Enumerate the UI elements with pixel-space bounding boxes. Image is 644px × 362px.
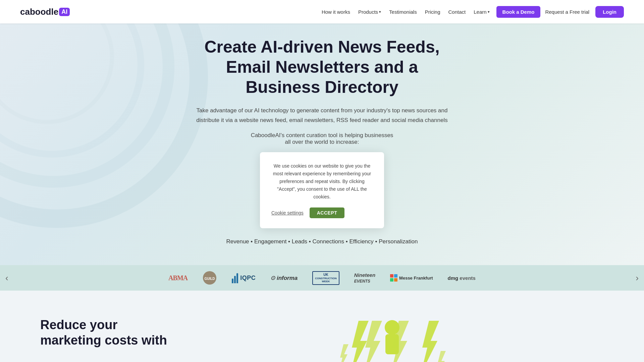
nav-products[interactable]: Products ▾ (355, 7, 384, 17)
svg-marker-9 (436, 351, 446, 362)
logos-inner: ABMA GUILD IQPC ⊙ informa (14, 270, 631, 285)
hero-title: Create AI-driven News Feeds, Email Newsl… (191, 37, 453, 97)
logos-next-button[interactable]: › (630, 274, 644, 282)
svg-text:GUILD: GUILD (205, 277, 215, 281)
cookie-accept-button[interactable]: ACCEPT (310, 207, 345, 218)
nav-links: How it works Products ▾ Testimonials Pri… (318, 6, 624, 18)
hero-benefits: Revenue • Engagement • Leads • Connectio… (226, 238, 418, 245)
logos-strip: ‹ ABMA GUILD IQPC ⊙ informa (0, 265, 644, 291)
learn-arrow-icon: ▾ (488, 10, 490, 14)
request-free-trial-link[interactable]: Request a Free trial (542, 7, 593, 17)
logo-informa: ⊙ informa (270, 270, 298, 285)
cookie-banner: We use cookies on our website to give yo… (260, 152, 384, 228)
swirl-decoration (0, 0, 208, 228)
logo-brand: caboodle (20, 7, 58, 17)
login-button[interactable]: Login (595, 6, 624, 18)
hero-helper-1: CaboodleAI's content curation tool is he… (251, 132, 393, 139)
logo-nineteen: NineteenEVENTS (354, 270, 375, 285)
logo-guild: GUILD (202, 270, 217, 285)
navigation: caboodle AI How it works Products ▾ Test… (0, 0, 644, 23)
book-demo-button[interactable]: Book a Demo (496, 6, 541, 18)
nav-testimonials[interactable]: Testimonials (386, 7, 420, 17)
svg-marker-7 (421, 321, 439, 362)
logo-uk-construction: UK CONSTRUCTION WEEK (312, 270, 339, 285)
cookie-message: We use cookies on our website to give yo… (271, 162, 373, 201)
products-arrow-icon: ▾ (379, 10, 381, 14)
logo-abma: ABMA (168, 270, 187, 285)
hero-subtitle: Take advantage of our AI technology to g… (195, 106, 449, 125)
nav-learn[interactable]: Learn ▾ (470, 7, 493, 17)
bottom-title: Reduce your marketing costs with (40, 317, 167, 348)
logo-ai-badge: AI (59, 8, 70, 16)
nav-pricing[interactable]: Pricing (422, 7, 444, 17)
bottom-section: Reduce your marketing costs with (0, 291, 644, 362)
swirl-decoration-2 (0, 0, 174, 188)
bottom-text: Reduce your marketing costs with (40, 317, 167, 348)
logos-prev-button[interactable]: ‹ (0, 274, 14, 282)
hero-section: Create AI-driven News Feeds, Email Newsl… (0, 0, 644, 265)
svg-marker-2 (350, 321, 369, 362)
nav-how-it-works[interactable]: How it works (318, 7, 354, 17)
nav-contact[interactable]: Contact (445, 7, 469, 17)
cookie-settings-button[interactable]: Cookie settings (271, 210, 304, 216)
logo-dmg-events: dmg events (448, 270, 476, 285)
illustration-svg (328, 317, 463, 362)
cookie-overlay: We use cookies on our website to give yo… (260, 152, 384, 228)
logo[interactable]: caboodle AI (20, 7, 70, 17)
swirl-decoration-3 (0, 0, 144, 158)
logo-iqpc: IQPC (232, 270, 256, 285)
bottom-illustration (187, 317, 604, 362)
logo-messe-frankfurt: Messe Frankfurt (390, 270, 433, 285)
hero-helper-2: all over the world to increase: (285, 139, 359, 145)
svg-marker-8 (339, 344, 348, 362)
cookie-actions: Cookie settings ACCEPT (271, 207, 373, 218)
